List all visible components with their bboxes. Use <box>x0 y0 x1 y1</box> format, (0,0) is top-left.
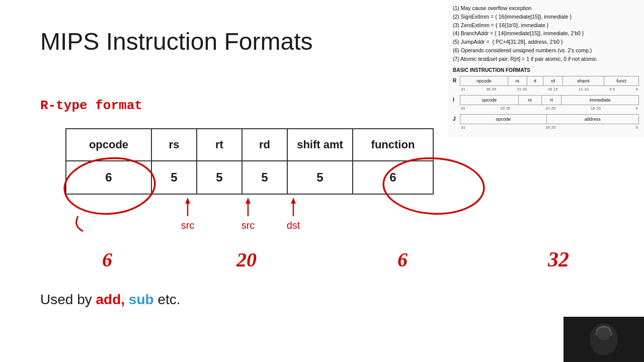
col-header-function: function <box>353 129 433 161</box>
page-title: MIPS Instruction Formats <box>40 28 312 55</box>
i-immediate: immediate <box>561 95 639 105</box>
svg-text:32: 32 <box>547 248 569 271</box>
i-rt: rt <box>541 95 561 105</box>
r-rt: rt <box>527 76 543 85</box>
r-rs: rs <box>508 76 527 85</box>
col-header-rd: rd <box>242 129 287 161</box>
used-by-text: Used by add, sub etc. <box>40 292 181 308</box>
i-bit-2120: 21 20 <box>545 106 555 112</box>
val-function: 6 <box>353 161 433 194</box>
svg-text:6: 6 <box>102 248 112 271</box>
instruction-table: opcode rs rt rd shift amt function 6 5 5… <box>65 128 434 195</box>
I-label: I <box>453 96 460 104</box>
used-by-suffix: etc. <box>157 292 180 307</box>
reference-panel: (1) May cause overflow exception (2) Sig… <box>448 0 644 137</box>
j-opcode: opcode <box>460 114 547 124</box>
r-shamt: shamt <box>563 76 604 85</box>
val-rd: 5 <box>242 161 287 194</box>
svg-text:dst: dst <box>287 220 300 231</box>
r-bit-1615: 16 15 <box>548 86 558 93</box>
col-header-rt: rt <box>197 129 242 161</box>
i-bit-1615: 16 15 <box>591 106 601 112</box>
R-label: R <box>453 77 460 85</box>
svg-text:src: src <box>181 220 195 231</box>
svg-marker-9 <box>291 198 296 204</box>
val-shift: 5 <box>287 161 353 194</box>
r-opcode: opcode <box>460 76 508 85</box>
j-bit-2625: 26 25 <box>545 125 555 131</box>
i-opcode: opcode <box>460 95 519 105</box>
used-by-add: add, <box>96 292 125 307</box>
svg-marker-3 <box>185 198 190 204</box>
ref-note-6: (6) Operands considered unsigned numbers… <box>453 46 639 55</box>
col-header-shift: shift amt <box>287 129 353 161</box>
ref-note-4: (4) BranchAddr = { 14{immediate[15]}, im… <box>453 29 639 38</box>
val-rt: 5 <box>197 161 242 194</box>
webcam-image <box>564 317 644 362</box>
r-bit-65: 6 5 <box>609 86 615 93</box>
rtype-label: R-type format <box>40 98 142 113</box>
ref-note-3: (3) ZeroExtImm = { 16{1b'0}, immediate } <box>453 21 639 30</box>
ref-note-2: (2) SignExtImm = { 16{immediate[15]}, im… <box>453 13 639 21</box>
val-opcode: 6 <box>66 161 151 194</box>
i-bit-31: 31 <box>461 106 465 112</box>
i-bit-2625: 26 25 <box>501 106 511 112</box>
basic-formats-title: BASIC INSTRUCTION FORMATS <box>453 66 639 74</box>
ref-note-1: (1) May cause overflow exception <box>453 4 639 13</box>
r-bit-1110: 11 10 <box>579 86 589 93</box>
svg-text:6: 6 <box>397 248 408 271</box>
col-header-opcode: opcode <box>66 129 151 161</box>
i-rs: rs <box>518 95 541 105</box>
col-header-rs: rs <box>151 129 197 161</box>
J-label: J <box>453 115 460 123</box>
svg-marker-6 <box>246 198 251 204</box>
svg-text:20: 20 <box>236 248 257 271</box>
used-by-prefix: Used by <box>40 292 96 307</box>
j-address: address <box>546 114 638 124</box>
used-by-sub: sub <box>129 292 154 307</box>
r-bit-31: 31 <box>461 86 465 93</box>
svg-rect-18 <box>595 332 598 336</box>
r-bit-2625: 26 25 <box>486 86 496 93</box>
j-bit-31: 31 <box>461 125 465 131</box>
j-bit-0: 0 <box>636 125 638 131</box>
r-rd: rd <box>543 76 563 85</box>
webcam-thumbnail <box>564 317 644 362</box>
val-rs: 5 <box>151 161 197 194</box>
r-bit-0: 0 <box>635 86 637 93</box>
ref-note-5: (5) JumpAddr = { PC+4[31:28], address, 2… <box>453 38 639 46</box>
i-bit-0: 0 <box>636 106 638 112</box>
ref-note-7: (7) Atomic test&set pair; R[rt] = 1 if p… <box>453 55 639 63</box>
r-bit-2120: 21 20 <box>517 86 527 93</box>
r-funct: funct <box>604 76 639 85</box>
svg-text:src: src <box>242 220 255 231</box>
svg-rect-19 <box>610 332 612 336</box>
